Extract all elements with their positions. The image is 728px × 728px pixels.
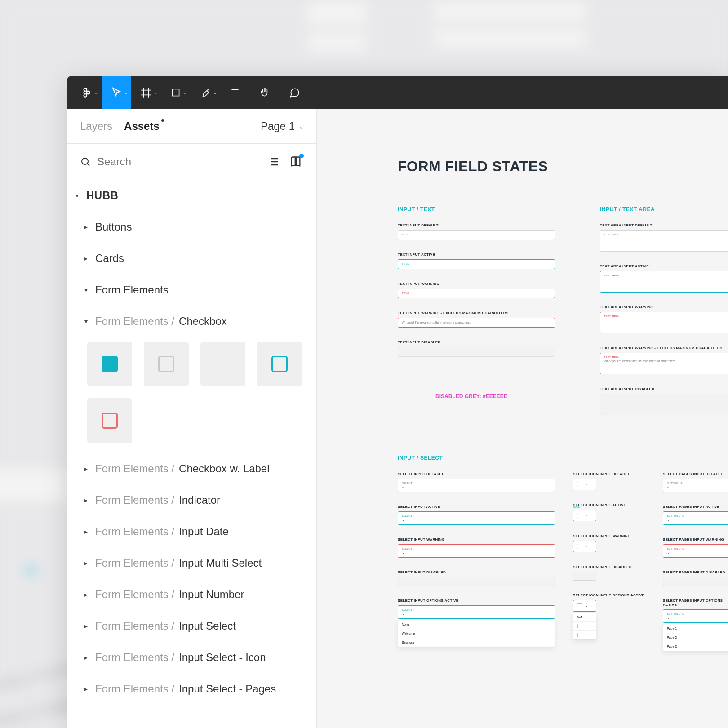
state-label: TEXT AREA INPUT WARNING - EXCEEDS MAXIMU… <box>600 346 728 350</box>
frame-tool-button[interactable]: ⌄ <box>131 76 161 109</box>
page-select[interactable]: Page 1 ⌄ <box>261 120 304 133</box>
text-tool-button[interactable] <box>220 76 250 109</box>
state-label: TEXT INPUT DEFAULT <box>398 223 555 227</box>
inner-label: SELECT <box>402 515 551 517</box>
select-pages-default[interactable]: BUTTON URL ⌄ <box>663 479 728 492</box>
checkbox-outline-teal-icon <box>271 356 288 372</box>
pen-tool-button[interactable]: ⌄ <box>191 76 220 109</box>
tree-item-checkbox[interactable]: ▾ Form Elements / Checkbox <box>75 306 308 337</box>
input-warning[interactable]: TITLE <box>398 289 555 298</box>
tree-item-input-number[interactable]: ▸ Form Elements / Input Number <box>75 579 308 610</box>
select-warning[interactable]: SELECT ⌄ <box>398 544 555 558</box>
state-label: TEXT AREA INPUT WARNING <box>600 305 728 309</box>
select-icon-open[interactable]: ⌄ <box>573 600 596 612</box>
state-label: SELECT ICON INPUT ACTIVE <box>573 503 645 507</box>
tree-item-input-select[interactable]: ▸ Form Elements / Input Select <box>75 610 308 642</box>
tree-item-input-multiselect[interactable]: ▸ Form Elements / Input Multi Select <box>75 547 308 579</box>
tree-item-indicator[interactable]: ▸ Form Elements / Indicator <box>75 484 308 516</box>
sidebar: Layers Assets Page 1 ⌄ <box>67 109 317 728</box>
tree-item-label: Checkbox w. Label <box>179 462 269 475</box>
select-icon-warning[interactable]: ⌄ <box>573 541 596 552</box>
select-option[interactable] <box>573 631 596 639</box>
move-tool-button[interactable]: ⌄ <box>102 76 131 109</box>
state-label: SELECT PAGES INPUT DISABLED <box>663 570 728 574</box>
inner-label: TEXT AREA <box>604 233 728 236</box>
select-option[interactable]: N/A <box>573 613 596 622</box>
chevron-down-icon: ⌄ <box>402 612 404 615</box>
component-tile[interactable] <box>87 342 132 386</box>
state-label: TEXT AREA INPUT ACTIVE <box>600 264 728 268</box>
state-label: TEXT INPUT ACTIVE <box>398 253 555 257</box>
component-tile[interactable] <box>200 342 245 386</box>
tree-root-hubb[interactable]: ▾ HUBB <box>75 180 308 211</box>
select-active[interactable]: SELECT ⌄ <box>398 511 555 525</box>
input-default[interactable]: TITLE <box>398 230 555 240</box>
page-select-label: Page 1 <box>261 120 295 133</box>
icon-placeholder-icon <box>577 633 578 637</box>
component-tile[interactable] <box>257 342 302 386</box>
sidebar-search-row <box>67 144 316 180</box>
select-option[interactable]: Page 3 <box>663 642 728 651</box>
textarea-active[interactable]: TEXT AREA <box>600 271 728 293</box>
library-button[interactable] <box>288 154 304 170</box>
tree-item-prefix: Form Elements / <box>95 315 174 328</box>
tree-item-prefix: Form Elements / <box>95 462 174 475</box>
select-option[interactable]: Page 1 <box>663 624 728 633</box>
select-option[interactable]: Sessions <box>398 638 555 647</box>
select-option[interactable]: Page 2 <box>663 633 728 642</box>
select-dropdown-list[interactable]: N/A <box>573 613 596 640</box>
canvas[interactable]: FORM FIELD STATES INPUT / TEXT TEXT INPU… <box>317 109 728 728</box>
select-option[interactable]: Welcome <box>398 629 555 638</box>
select-option[interactable]: None <box>398 620 555 629</box>
tab-assets-label: Assets <box>124 120 160 132</box>
tree-item-label: Input Date <box>179 525 229 538</box>
inner-label: TITLE <box>402 292 551 294</box>
inner-label: ICON <box>573 506 580 508</box>
select-open[interactable]: SELECT ⌄ <box>398 605 555 619</box>
tree-item-input-select-pages[interactable]: ▸ Form Elements / Input Select - Pages <box>75 673 308 705</box>
tree-item-input-select-icon[interactable]: ▸ Form Elements / Input Select - Icon <box>75 642 308 673</box>
chevron-right-icon: ▸ <box>84 685 91 692</box>
state-label: SELECT ICON INPUT OPTIONS ACTIVE <box>573 593 645 597</box>
select-default[interactable]: SELECT ⌄ <box>398 479 555 492</box>
hand-tool-button[interactable] <box>250 76 280 109</box>
state-label: SELECT ICON INPUT DEFAULT <box>573 472 645 476</box>
tree-item-buttons[interactable]: ▸ Buttons <box>75 211 308 243</box>
shape-tool-button[interactable]: ⌄ <box>161 76 191 109</box>
comment-tool-button[interactable] <box>280 76 309 109</box>
select-dropdown-list[interactable]: Page 1 Page 2 Page 3 <box>663 624 728 651</box>
figma-menu-button[interactable]: ⌄ <box>72 76 102 109</box>
chevron-right-icon: ▸ <box>84 255 91 262</box>
select-dropdown-list[interactable]: None Welcome Sessions <box>398 620 555 647</box>
select-option[interactable] <box>573 622 596 631</box>
tree-item-checkbox-label[interactable]: ▸ Form Elements / Checkbox w. Label <box>75 453 308 484</box>
input-active[interactable]: TITLE <box>398 259 555 269</box>
component-tile[interactable] <box>87 398 132 443</box>
inner-label: SELECT <box>402 547 551 550</box>
textarea-default[interactable]: TEXT AREA <box>600 230 728 252</box>
input-warning-max[interactable]: Whoops! I'm exceeding the maximum charac… <box>398 318 555 328</box>
tree-item-form-elements[interactable]: ▾ Form Elements <box>75 274 308 306</box>
tree-item-input-date[interactable]: ▸ Form Elements / Input Date <box>75 516 308 547</box>
select-pages-warning[interactable]: BUTTON URL ⌄ <box>663 544 728 558</box>
textarea-warning[interactable]: TEXT AREA <box>600 312 728 333</box>
svg-rect-1 <box>172 89 179 96</box>
tab-assets[interactable]: Assets <box>124 120 160 133</box>
component-tile[interactable] <box>144 342 189 386</box>
chevron-down-icon: ⌄ <box>402 551 404 554</box>
search-input[interactable] <box>97 155 259 168</box>
tree-item-label: Form Elements <box>95 284 169 296</box>
tree-item-cards[interactable]: ▸ Cards <box>75 243 308 274</box>
tab-layers[interactable]: Layers <box>80 120 112 133</box>
select-pages-open[interactable]: BUTTON URL ⌄ <box>663 609 728 623</box>
select-pages-active[interactable]: BUTTON URL ⌄ <box>663 511 728 525</box>
state-label: TEXT AREA INPUT DEFAULT <box>600 223 728 227</box>
textarea-warning-max[interactable]: TEXT AREA Whoops! I'm exceeding the maxi… <box>600 353 728 374</box>
chevron-right-icon: ▸ <box>84 497 91 504</box>
inner-label: BUTTON URL <box>667 482 728 484</box>
state-label: SELECT INPUT OPTIONS ACTIVE <box>398 599 555 603</box>
select-icon-default[interactable]: ⌄ <box>573 479 596 490</box>
select-icon-active[interactable]: ICON ⌄ <box>573 510 596 521</box>
list-view-button[interactable] <box>265 154 281 170</box>
chevron-right-icon: ▸ <box>84 622 91 630</box>
